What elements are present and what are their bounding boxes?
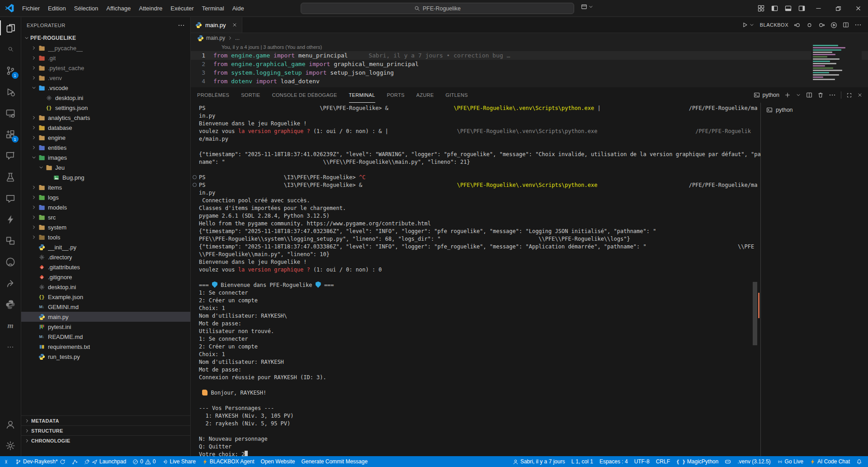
activity-blackbox[interactable] — [0, 209, 21, 230]
tree-item-analytics-charts[interactable]: analytics_charts — [21, 113, 190, 123]
tree-item-run-tests-py[interactable]: run_tests.py — [21, 352, 190, 362]
tree-item-logs[interactable]: logs — [21, 192, 190, 202]
terminal-output[interactable]: PS \PFE\PFE-Roguelike> & \PFE\PFE-Roguel… — [191, 103, 760, 456]
tree-item--git[interactable]: .git — [21, 53, 190, 63]
code-line-3[interactable]: 3from system.logging_setup import setup_… — [191, 68, 868, 77]
panel-tab-azure[interactable]: AZURE — [416, 87, 434, 103]
restore-button[interactable] — [828, 0, 848, 17]
activity-symbols[interactable] — [0, 230, 21, 251]
menu-sélection[interactable]: Sélection — [70, 3, 102, 14]
terminal-list-item-python[interactable]: python — [761, 105, 868, 115]
menu-fichier[interactable]: Fichier — [18, 3, 44, 14]
panel-tab-probl-mes[interactable]: PROBLÈMES — [197, 87, 229, 103]
split-terminal-icon[interactable] — [806, 92, 812, 98]
tree-item-jeu[interactable]: Jeu — [21, 162, 190, 172]
customize-layout-icon[interactable] — [754, 2, 768, 15]
toggle-secondary-sidebar-icon[interactable] — [795, 2, 808, 15]
new-window-icon[interactable] — [581, 4, 594, 10]
activity-magicpython[interactable]: m — [0, 315, 21, 336]
split-editor-icon[interactable] — [843, 22, 849, 28]
activity-settings[interactable] — [0, 435, 21, 456]
status-problems[interactable]: 00 — [129, 456, 159, 467]
tree-item-gemini-md[interactable]: M↓GEMINI.md — [21, 302, 190, 312]
nav-circle-icon[interactable] — [806, 22, 813, 29]
activity-account[interactable] — [0, 414, 21, 435]
close-button[interactable] — [848, 0, 868, 17]
tree-item-items[interactable]: items — [21, 182, 190, 192]
tab-main-py[interactable]: main.py — [191, 17, 242, 33]
activity-extensions[interactable]: 1 — [0, 124, 21, 145]
status-encoding[interactable]: UTF-8 — [631, 456, 653, 467]
tree-item--pytest-cache[interactable]: .pytest_cache — [21, 63, 190, 73]
run-python-icon[interactable] — [742, 22, 748, 28]
terminal-scrollbar[interactable] — [753, 282, 757, 345]
tree-item-readme-md[interactable]: M↓README.md — [21, 332, 190, 342]
menu-affichage[interactable]: Affichage — [102, 3, 135, 14]
panel-tab-terminal[interactable]: TERMINAL — [349, 87, 375, 103]
panel-tab-gitlens[interactable]: GITLENS — [446, 87, 468, 103]
tree-item--venv[interactable]: .venv — [21, 73, 190, 83]
tree-item-src[interactable]: src — [21, 212, 190, 222]
tree-item-database[interactable]: database — [21, 123, 190, 133]
tree-item--gitignore[interactable]: .gitignore — [21, 272, 190, 282]
menu-aide[interactable]: Aide — [228, 3, 248, 14]
tree-item--pycache-[interactable]: __pycache__ — [21, 43, 190, 53]
activity-chat[interactable] — [0, 145, 21, 166]
close-tab-icon[interactable] — [232, 22, 237, 28]
maximize-panel-icon[interactable] — [846, 92, 852, 98]
panel-tab-sortie[interactable]: SORTIE — [241, 87, 260, 103]
status-gitlens-graph[interactable] — [69, 456, 81, 467]
activity-explorer[interactable] — [0, 17, 21, 38]
tree-item-example-json[interactable]: {}Example.json — [21, 292, 190, 302]
code-line-2[interactable]: 2from engine.graphical_game import graph… — [191, 60, 868, 68]
tree-item-entities[interactable]: entities — [21, 143, 190, 152]
play-circle-icon[interactable] — [830, 22, 837, 29]
tree-item-images[interactable]: images — [21, 152, 190, 162]
terminal-more-icon[interactable] — [829, 91, 836, 99]
nav-forward-circle-icon[interactable] — [818, 22, 825, 29]
tree-item-main-py[interactable]: main.py — [21, 312, 190, 322]
tree-item-desktop-ini[interactable]: desktop.ini — [21, 93, 190, 103]
status-notifications[interactable] — [853, 456, 865, 467]
command-decoration-icon[interactable] — [193, 183, 197, 187]
command-center[interactable]: PFE-Roguelike — [301, 3, 574, 14]
section-metadata[interactable]: METADATA — [21, 415, 190, 425]
status-cursor-position[interactable]: L 1, col 1 — [568, 456, 596, 467]
status-python-env[interactable]: .venv (3.12.5) — [734, 456, 774, 467]
tree-item-system[interactable]: system — [21, 222, 190, 232]
status-eol[interactable]: CRLF — [653, 456, 673, 467]
toggle-panel-icon[interactable] — [781, 2, 795, 15]
codelens[interactable]: You, il y a 4 jours | 3 authors (You and… — [191, 43, 868, 51]
tree-item--directory[interactable]: .directory — [21, 252, 190, 262]
activity-search[interactable] — [0, 38, 21, 60]
status-author[interactable]: Sabri, il y a 7 jours — [509, 456, 568, 467]
tree-item-tools[interactable]: tools — [21, 232, 190, 242]
activity-live-share[interactable] — [0, 272, 21, 294]
activity-remote-explorer[interactable] — [0, 102, 21, 124]
activity-github[interactable] — [0, 251, 21, 272]
breadcrumb[interactable]: main.py ... — [191, 33, 868, 43]
tree-item-bug-png[interactable]: Bug.png — [21, 172, 190, 182]
code-editor[interactable]: You, il y a 4 jours | 3 authors (You and… — [191, 43, 868, 87]
tree-item-desktop-ini[interactable]: desktop.ini — [21, 282, 190, 292]
menu-atteindre[interactable]: Atteindre — [135, 3, 166, 14]
activity-python[interactable] — [0, 294, 21, 315]
editor-more-icon[interactable] — [854, 21, 862, 29]
activity-run-and-debug[interactable] — [0, 81, 21, 102]
toggle-sidebar-icon[interactable] — [768, 2, 781, 15]
minimap[interactable] — [811, 44, 862, 84]
status-indentation[interactable]: Espaces : 4 — [596, 456, 631, 467]
status-live-share[interactable]: Live Share — [159, 456, 198, 467]
tree-root-pfe-roguelike[interactable]: PFE-ROGUELIKE — [21, 33, 190, 43]
tree-item-engine[interactable]: engine — [21, 133, 190, 143]
activity-testing[interactable] — [0, 166, 21, 187]
section-structure[interactable]: STRUCTURE — [21, 425, 190, 435]
terminal-selector[interactable]: python — [754, 92, 779, 98]
tree-item--vscode[interactable]: .vscode — [21, 83, 190, 93]
panel-tab-console-de-d-bogage[interactable]: CONSOLE DE DÉBOGAGE — [272, 87, 337, 103]
tree-item--init-py[interactable]: __init__.py — [21, 242, 190, 252]
status-copilot[interactable] — [722, 456, 734, 467]
tree-item-pytest-ini[interactable]: pytest.ini — [21, 322, 190, 332]
panel-tab-ports[interactable]: PORTS — [387, 87, 405, 103]
tree-item-models[interactable]: models — [21, 202, 190, 212]
